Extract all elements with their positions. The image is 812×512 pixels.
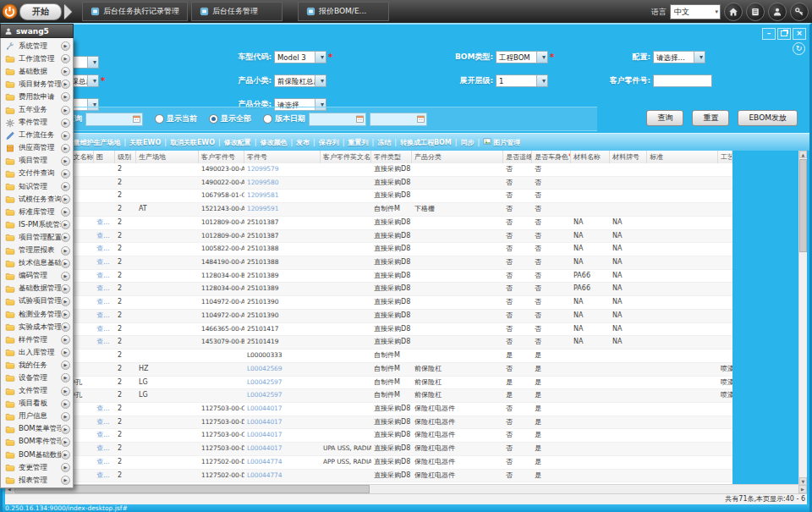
sidebar-item[interactable]: 报表管理▶ [1,474,73,487]
chevron-right-icon[interactable]: ▶ [61,67,70,76]
tab-3[interactable]: 报价BOM/E... [298,2,389,21]
filter-select[interactable]: Model 3 [274,51,326,63]
chevron-right-icon[interactable]: ▶ [61,54,70,63]
chevron-right-icon[interactable]: ▶ [61,106,70,115]
view-image-link[interactable]: 查... [96,298,110,306]
table-row[interactable]: ├螺钉ST4.8*19查...21104972-00-A25101390直接采购… [5,296,732,310]
sidebar-item[interactable]: 用户信息▶ [1,410,73,423]
part-number-link[interactable]: L00042597 [247,378,282,386]
column-header[interactable]: 级别 [115,151,136,163]
table-row[interactable]: 前保蒙皮涂装件2HZL00042569自制件M前保险杠否是喷漆 [5,363,732,377]
column-header[interactable]: 图 [94,151,115,163]
column-header[interactable]: 零件号 [244,151,321,163]
table-row[interactable]: 前保蒙皮涂装件-冲孔2LGL00042597自制件M前保险杠是是喷漆 [5,389,732,403]
table-row[interactable]: ├前保线束-低配21067958-01-G12099581直接采购D8否否 [5,190,732,203]
chevron-right-icon[interactable]: ▶ [61,284,70,294]
view-image-link[interactable]: 查... [96,444,110,452]
key-button[interactable] [790,3,809,21]
part-number-link[interactable]: 12099591 [247,205,278,212]
view-image-link[interactable]: 查... [96,418,110,426]
column-header[interactable]: 材料名称 [571,151,610,163]
sidebar-item[interactable]: 设备管理▶ [1,372,73,384]
toolbar-link[interactable]: 修改配置 [224,138,251,147]
vertical-scrollbar[interactable]: ▲ ▼ [798,151,807,485]
date-input[interactable] [85,113,143,126]
sidebar-item[interactable]: 知识管理▶ [1,180,73,193]
part-number-link[interactable]: L00042569 [247,365,282,372]
sidebar-item[interactable]: 工作流管理▶ [1,52,73,65]
radio-option[interactable]: 显示全部 [209,113,251,124]
column-header[interactable]: 客户零件英文名称 [321,151,371,163]
view-image-link[interactable]: 查... [96,471,110,479]
toolbar-link[interactable]: 关联EWO [129,138,161,147]
view-image-link[interactable]: 查... [96,338,110,345]
table-row[interactable]: ├自攻螺钉ST4.8*16查...21453079-00-B25101419直接… [5,336,732,350]
chevron-right-icon[interactable]: ▶ [61,450,70,460]
chevron-right-icon[interactable]: ▶ [61,463,70,472]
filter-select[interactable]: 1 [496,74,548,87]
toolbar-link[interactable]: 保存列 [319,138,339,147]
chevron-right-icon[interactable]: ▶ [61,80,70,89]
view-image-link[interactable]: 查... [96,258,110,266]
chevron-right-icon[interactable]: ▶ [61,207,70,217]
sidebar-item[interactable]: BOM菜单管理▶ [1,423,73,436]
sidebar-item[interactable]: 出入库管理▶ [1,346,73,359]
table-row[interactable]: 前保蒙皮涂装件-冲孔2LGL00042597自制件M前保险杠是是喷漆 [5,377,732,390]
table-row[interactable]: ├APP雷达查...21127502-00-DL00044774APP USS,… [5,456,732,470]
sidebar-item[interactable]: 供应商管理▶ [1,142,73,155]
chevron-right-icon[interactable]: ▶ [61,92,70,102]
radio-option[interactable]: 版本日期 [263,113,427,126]
tab-1[interactable]: 后台任务执行记录管理 [82,2,188,21]
radio-icon[interactable] [155,114,164,124]
radio-icon[interactable] [263,114,272,124]
column-header[interactable]: 是否车身色* [532,151,571,163]
toolbar-link[interactable]: 重置列 [348,138,369,147]
filter-select[interactable]: 请选择... [653,51,705,63]
view-image-link[interactable]: 查... [96,431,110,438]
sidebar-item[interactable]: 试模任务查询▶ [1,193,73,206]
table-row[interactable]: ├UPA雷达查...21127503-00-DL00044017UPA USS,… [5,443,732,456]
table-row[interactable]: ├螺钉M5*20查...21012809-00-A25101387直接采购D8否… [5,230,732,244]
book-button[interactable] [746,3,765,21]
sidebar-item[interactable]: IS-PM系统管理▶ [1,218,73,231]
view-image-link[interactable]: 查... [96,405,110,412]
sidebar-item[interactable]: 项目看板▶ [1,398,73,410]
chevron-right-icon[interactable]: ▶ [61,246,70,256]
chevron-right-icon[interactable]: ▶ [61,412,70,421]
chevron-right-icon[interactable]: ▶ [61,297,70,306]
chevron-right-icon[interactable]: ▶ [61,259,70,268]
close-icon[interactable]: × [793,28,806,40]
part-number-link[interactable]: 12099579 [247,165,278,173]
part-number-link[interactable]: L00044017 [247,444,282,452]
table-row[interactable]: ├APP雷达查...21127502-00-DL00044774直接采购D8保险… [5,470,732,483]
chevron-right-icon[interactable]: ▶ [61,131,70,140]
table-row[interactable]: ├塑料堵钉查...21128034-00-A25101389直接采购D8否否PA… [5,283,732,296]
sidebar-item[interactable]: 变更管理▶ [1,461,73,474]
sidebar-item[interactable]: BOM零件管理▶ [1,436,73,449]
scroll-up-icon[interactable]: ▲ [799,151,807,158]
view-image-link[interactable]: 查... [96,284,110,292]
date-input[interactable] [309,113,366,126]
view-image-link[interactable]: 查... [96,245,110,252]
view-image-link[interactable]: 查... [96,272,110,279]
column-header[interactable]: 标准 [647,151,718,163]
chevron-right-icon[interactable]: ▶ [61,310,70,319]
toolbar-link[interactable]: 修改颜色 [260,138,287,147]
toolbar-link[interactable]: 同步 [460,138,474,147]
chevron-right-icon[interactable]: ▶ [61,438,70,447]
chevron-right-icon[interactable]: ▶ [61,322,70,332]
chevron-right-icon[interactable]: ▶ [61,361,70,370]
part-number-link[interactable]: L00044774 [247,471,282,479]
table-row[interactable]: ├UPA雷达查...21127503-00-DL00044017直接采购D8保险… [5,416,732,430]
sidebar-item[interactable]: 工作流任务▶ [1,129,73,142]
chevron-right-icon[interactable]: ▶ [61,425,70,434]
sidebar-item[interactable]: 基础数据管理▶ [1,283,73,295]
table-row[interactable]: ├UPA雷达查...21127503-00-CL00044017直接采购D8保险… [5,429,732,443]
chevron-right-icon[interactable]: ▶ [61,118,70,128]
part-number-link[interactable]: 12099580 [247,179,278,186]
chevron-right-icon[interactable]: ▶ [61,476,70,485]
sidebar-item[interactable]: 费用款申请▶ [1,91,73,103]
sidebar-item[interactable]: 基础数据▶ [1,65,73,78]
chevron-right-icon[interactable]: ▶ [61,220,70,229]
chevron-right-icon[interactable]: ▶ [61,348,70,357]
